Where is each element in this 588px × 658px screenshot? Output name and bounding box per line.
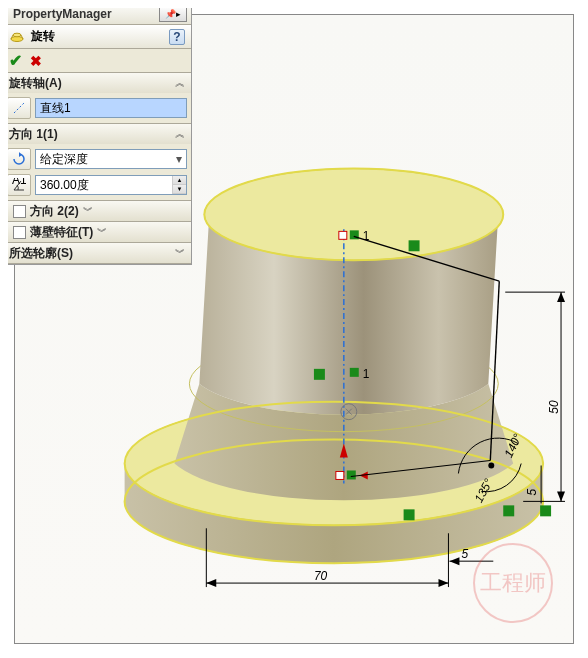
- watermark: 工程师: [473, 543, 553, 623]
- chevron-down-icon: ︾: [83, 204, 93, 218]
- svg-rect-20: [404, 509, 415, 520]
- svg-marker-30: [449, 557, 459, 565]
- end-condition-dropdown[interactable]: 给定深度: [35, 149, 187, 169]
- svg-marker-34: [557, 292, 565, 302]
- section-contours-header[interactable]: 所选轮廓(S) ︾: [3, 243, 191, 263]
- pm-header: PropertyManager 📌▸: [3, 3, 191, 25]
- section-dir1-header[interactable]: 方向 1(1) ︽: [3, 124, 191, 144]
- svg-marker-35: [557, 491, 565, 501]
- section-contours-title: 所选轮廓(S): [9, 245, 175, 262]
- spinner-buttons[interactable]: ▲▼: [172, 176, 186, 194]
- cancel-button[interactable]: ✖: [30, 53, 42, 69]
- ok-button[interactable]: ✔: [9, 51, 22, 70]
- axis-icon: [7, 97, 31, 119]
- angle-value: 360.00度: [40, 177, 89, 194]
- dir2-checkbox[interactable]: [13, 205, 26, 218]
- action-bar: ✔ ✖: [3, 49, 191, 73]
- svg-rect-21: [503, 505, 514, 516]
- angle-input[interactable]: 360.00度 ▲▼: [35, 175, 187, 195]
- section-dir1-title: 方向 1(1): [9, 126, 175, 143]
- section-thin-title: 薄壁特征(T): [30, 224, 93, 241]
- svg-rect-19: [350, 368, 359, 377]
- svg-rect-8: [339, 231, 347, 239]
- svg-rect-16: [409, 240, 420, 251]
- chevron-up-icon: ︽: [175, 76, 185, 90]
- dim-5a: 5: [461, 547, 468, 561]
- end-condition-value: 给定深度: [40, 151, 88, 168]
- section-dir2-title: 方向 2(2): [30, 203, 79, 220]
- pm-title: PropertyManager: [7, 7, 159, 21]
- reverse-direction-icon[interactable]: [7, 148, 31, 170]
- axis-value: 直线1: [40, 100, 71, 117]
- thin-checkbox[interactable]: [13, 226, 26, 239]
- chevron-down-icon: ︾: [175, 246, 185, 260]
- svg-marker-28: [438, 579, 448, 587]
- svg-rect-22: [540, 505, 551, 516]
- dim-70: 70: [314, 569, 328, 583]
- svg-rect-11: [347, 470, 356, 479]
- feature-title-bar: 旋转 ?: [3, 25, 191, 49]
- svg-text:A1: A1: [12, 178, 26, 187]
- svg-text:1: 1: [363, 367, 370, 381]
- section-axis-header[interactable]: 旋转轴(A) ︽: [3, 73, 191, 93]
- angle-icon: A1: [7, 174, 31, 196]
- property-manager-panel: PropertyManager 📌▸ 旋转 ? ✔ ✖ 旋转轴(A) ︽ 直线1…: [2, 2, 192, 265]
- svg-marker-27: [206, 579, 216, 587]
- dim-5b: 5: [525, 488, 539, 495]
- dim-50: 50: [547, 400, 561, 414]
- help-button[interactable]: ?: [169, 29, 185, 45]
- section-thin-header[interactable]: 薄壁特征(T) ︾: [3, 222, 191, 242]
- svg-point-23: [488, 463, 494, 469]
- chevron-up-icon: ︽: [175, 127, 185, 141]
- axis-selection-field[interactable]: 直线1: [35, 98, 187, 118]
- section-dir2-header[interactable]: 方向 2(2) ︾: [3, 201, 191, 221]
- revolve-icon: [9, 29, 25, 45]
- svg-point-40: [13, 33, 21, 37]
- svg-line-41: [14, 103, 24, 113]
- svg-rect-10: [336, 471, 344, 479]
- svg-rect-17: [314, 369, 325, 380]
- feature-name: 旋转: [31, 28, 163, 45]
- chevron-down-icon: ︾: [97, 225, 107, 239]
- section-axis-title: 旋转轴(A): [9, 75, 175, 92]
- pushpin-icon[interactable]: 📌▸: [159, 6, 187, 22]
